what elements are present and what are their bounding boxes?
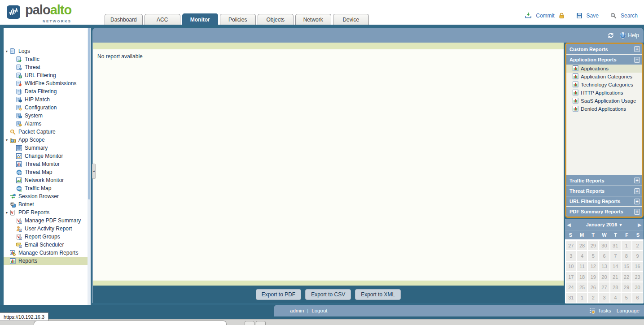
calendar-day[interactable]: 4 [577,251,587,260]
sidebar-item-threat[interactable]: Threat [4,63,91,71]
sidebar-item-threat-monitor[interactable]: Threat Monitor [4,160,91,168]
save-button[interactable]: Save [587,13,599,19]
report-item-applications[interactable]: Applications [566,65,642,73]
sidebar-item-network-monitor[interactable]: Network Monitor [4,176,91,184]
sidebar-item-url-filtering[interactable]: URL Filtering [4,71,91,79]
search-button[interactable]: Search [621,13,638,19]
report-section-pdf-summary-reports[interactable]: PDF Summary Reports+ [566,206,642,217]
report-item-saas-application-usage[interactable]: SaaS Application Usage [566,97,642,105]
tab-device[interactable]: Device [333,14,369,25]
calendar-day[interactable]: 31 [610,241,621,250]
calendar-day[interactable]: 26 [588,282,598,292]
expand-arrow-icon[interactable]: ▼ [4,211,10,214]
export-to-pdf-button[interactable]: Export to PDF [256,289,301,300]
tab-objects[interactable]: Objects [258,14,294,25]
calendar-prev-icon[interactable]: ◀ [567,222,571,227]
calendar-day[interactable]: 28 [577,241,587,250]
sidebar-item-wildfire-submissions[interactable]: WildFire Submissions [4,79,91,87]
tab-monitor[interactable]: Monitor [182,13,218,25]
calendar-day[interactable]: 20 [599,272,609,282]
sidebar-item-app-scope[interactable]: ▼App Scope [4,136,91,144]
calendar-day[interactable]: 2 [588,293,598,303]
calendar-day[interactable]: 5 [622,293,632,303]
calendar-day[interactable]: 23 [632,272,643,282]
calendar-day[interactable]: 5 [588,251,598,260]
calendar-day[interactable]: 3 [566,251,576,260]
calendar-day[interactable]: 19 [588,272,598,282]
tab-acc[interactable]: ACC [145,14,180,25]
report-item-http-applications[interactable]: HTTP Applications [566,89,642,97]
report-item-technology-categories[interactable]: Technology Categories [566,81,642,89]
sidebar-item-summary[interactable]: Summary [4,144,91,152]
calendar-day[interactable]: 9 [632,251,643,260]
sidebar-item-traffic[interactable]: Traffic [4,55,91,63]
calendar-day[interactable]: 25 [577,282,587,292]
sidebar-item-configuration[interactable]: Configuration [4,104,91,112]
sidebar-item-threat-map[interactable]: Threat Map [4,168,91,176]
calendar-day[interactable]: 24 [566,282,576,292]
calendar-day[interactable]: 17 [566,272,576,282]
calendar-day[interactable]: 30 [599,241,609,250]
sidebar-item-report-groups[interactable]: Report Groups [4,233,91,241]
sidebar-item-reports[interactable]: Reports [4,257,91,265]
calendar-month-selector[interactable]: January 2016 ▼ [571,222,638,227]
calendar-day[interactable]: 27 [599,282,609,292]
calendar-day[interactable]: 30 [632,282,643,292]
sidebar-item-manage-pdf-summary[interactable]: Manage PDF Summary [4,217,91,225]
report-item-denied-applications[interactable]: Denied Applications [566,105,642,113]
sidebar-item-manage-custom-reports[interactable]: Manage Custom Reports [4,249,91,257]
sidebar-item-traffic-map[interactable]: Traffic Map [4,184,91,192]
sidebar-item-change-monitor[interactable]: Change Monitor [4,152,91,160]
calendar-day[interactable]: 10 [566,262,576,271]
save-icon[interactable] [576,13,583,19]
calendar-next-icon[interactable]: ▶ [638,222,641,227]
calendar-day[interactable]: 18 [577,272,587,282]
calendar-day[interactable]: 22 [622,272,632,282]
search-icon[interactable] [610,13,617,19]
report-section-custom-reports[interactable]: Custom Reports+ [566,44,642,54]
calendar-day[interactable]: 28 [610,282,621,292]
expand-toggle-icon[interactable]: + [634,46,640,52]
tab-network[interactable]: Network [295,14,331,25]
sidebar-item-pdf-reports[interactable]: ▼PDF Reports [4,208,91,217]
sidebar-collapse-handle[interactable]: ◂ [92,164,96,179]
sidebar-item-session-browser[interactable]: Session Browser [4,192,91,200]
calendar-day[interactable]: 4 [610,293,621,303]
calendar-day[interactable]: 1 [577,293,587,303]
commit-button[interactable]: Commit [536,13,554,19]
calendar-day[interactable]: 29 [622,282,632,292]
browser-find-prev-button[interactable] [245,321,254,325]
calendar-day[interactable]: 13 [599,262,609,271]
sidebar-item-packet-capture[interactable]: Packet Capture [4,128,91,136]
calendar-day[interactable]: 2 [632,241,643,250]
export-to-csv-button[interactable]: Export to CSV [305,289,351,300]
calendar-day[interactable]: 3 [599,293,609,303]
report-item-application-categories[interactable]: Application Categories [566,73,642,81]
calendar-day[interactable]: 1 [622,241,632,250]
sidebar-scrollbar-thumb[interactable] [88,28,90,199]
expand-toggle-icon[interactable]: + [634,199,640,204]
refresh-icon[interactable] [607,32,614,39]
export-to-xml-button[interactable]: Export to XML [355,289,401,300]
expand-arrow-icon[interactable]: ▼ [4,139,10,142]
browser-find-next-button[interactable] [256,321,266,325]
calendar-day[interactable]: 15 [622,262,632,271]
sidebar-scrollbar[interactable] [88,28,91,305]
expand-toggle-icon[interactable]: + [634,178,640,183]
calendar-day[interactable]: 14 [610,262,621,271]
tasks-button[interactable]: Tasks [589,308,611,314]
calendar-day[interactable]: 31 [566,293,576,303]
report-section-url-filtering-reports[interactable]: URL Filtering Reports+ [566,196,642,206]
sidebar-item-alarms[interactable]: Alarms [4,120,91,128]
collapse-toggle-icon[interactable]: − [634,57,640,63]
lock-icon[interactable] [559,13,565,19]
expand-toggle-icon[interactable]: + [634,188,640,194]
sidebar-item-user-activity-report[interactable]: User Activity Report [4,225,91,233]
sidebar-item-hip-match[interactable]: HIP Match [4,95,91,104]
sidebar-item-email-scheduler[interactable]: Email Scheduler [4,241,91,249]
calendar-day[interactable]: 29 [588,241,598,250]
report-section-traffic-reports[interactable]: Traffic Reports+ [566,175,642,186]
sidebar-item-data-filtering[interactable]: Data Filtering [4,87,91,95]
logout-button[interactable]: Logout [311,308,327,313]
calendar-day[interactable]: 11 [577,262,587,271]
